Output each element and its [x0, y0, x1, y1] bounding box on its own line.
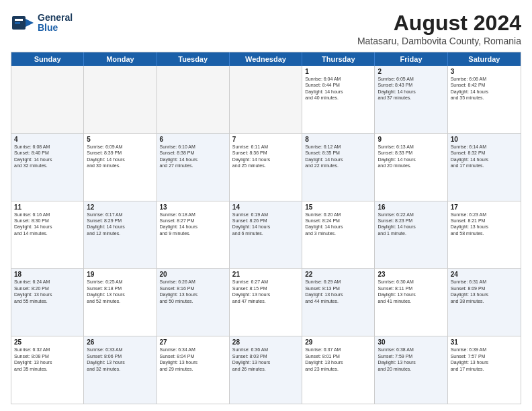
day-info: Sunrise: 6:11 AM Sunset: 8:36 PM Dayligh…	[232, 144, 299, 169]
day-info: Sunrise: 6:13 AM Sunset: 8:33 PM Dayligh…	[378, 144, 444, 169]
day-cell-26: 26Sunrise: 6:33 AM Sunset: 8:06 PM Dayli…	[84, 336, 157, 404]
day-info: Sunrise: 6:08 AM Sunset: 8:40 PM Dayligh…	[14, 144, 81, 169]
day-number: 19	[87, 271, 153, 278]
day-cell-2: 2Sunrise: 6:05 AM Sunset: 8:43 PM Daylig…	[375, 66, 447, 133]
day-number: 6	[160, 136, 226, 143]
day-info: Sunrise: 6:10 AM Sunset: 8:38 PM Dayligh…	[160, 144, 226, 169]
day-cell-27: 27Sunrise: 6:34 AM Sunset: 8:04 PM Dayli…	[157, 336, 230, 404]
header-day-saturday: Saturday	[448, 52, 521, 66]
day-info: Sunrise: 6:39 AM Sunset: 7:57 PM Dayligh…	[451, 347, 518, 372]
empty-cell-0-0	[11, 66, 84, 133]
title-block: August 2024 Matasaru, Dambovita County, …	[357, 11, 521, 46]
day-info: Sunrise: 6:24 AM Sunset: 8:20 PM Dayligh…	[14, 279, 81, 304]
day-number: 1	[305, 68, 371, 75]
day-number: 15	[305, 203, 371, 211]
day-info: Sunrise: 6:14 AM Sunset: 8:32 PM Dayligh…	[451, 144, 518, 169]
logo-blue: Blue	[38, 23, 73, 33]
header: General Blue August 2024 Matasaru, Dambo…	[11, 11, 521, 46]
day-cell-7: 7Sunrise: 6:11 AM Sunset: 8:36 PM Daylig…	[230, 134, 302, 201]
day-cell-10: 10Sunrise: 6:14 AM Sunset: 8:32 PM Dayli…	[448, 134, 521, 201]
day-number: 24	[451, 271, 518, 278]
day-info: Sunrise: 6:34 AM Sunset: 8:04 PM Dayligh…	[160, 347, 226, 372]
day-number: 28	[232, 338, 299, 346]
calendar-row-4: 25Sunrise: 6:32 AM Sunset: 8:08 PM Dayli…	[11, 336, 521, 404]
day-cell-19: 19Sunrise: 6:25 AM Sunset: 8:18 PM Dayli…	[84, 269, 157, 336]
main-title: August 2024	[357, 11, 521, 36]
sub-title: Matasaru, Dambovita County, Romania	[357, 36, 521, 46]
day-cell-31: 31Sunrise: 6:39 AM Sunset: 7:57 PM Dayli…	[448, 336, 521, 404]
day-cell-18: 18Sunrise: 6:24 AM Sunset: 8:20 PM Dayli…	[11, 269, 84, 336]
header-day-monday: Monday	[84, 52, 157, 66]
day-info: Sunrise: 6:25 AM Sunset: 8:18 PM Dayligh…	[87, 279, 153, 304]
logo-icon	[11, 11, 35, 35]
day-cell-17: 17Sunrise: 6:23 AM Sunset: 8:21 PM Dayli…	[448, 201, 521, 269]
svg-rect-1	[15, 19, 23, 21]
day-cell-30: 30Sunrise: 6:38 AM Sunset: 7:59 PM Dayli…	[375, 336, 447, 404]
day-cell-24: 24Sunrise: 6:31 AM Sunset: 8:09 PM Dayli…	[448, 269, 521, 336]
day-cell-22: 22Sunrise: 6:29 AM Sunset: 8:13 PM Dayli…	[302, 269, 375, 336]
day-info: Sunrise: 6:32 AM Sunset: 8:08 PM Dayligh…	[14, 347, 81, 372]
empty-cell-0-2	[157, 66, 230, 133]
calendar-row-0: 1Sunrise: 6:04 AM Sunset: 8:44 PM Daylig…	[11, 66, 521, 134]
day-cell-5: 5Sunrise: 6:09 AM Sunset: 8:39 PM Daylig…	[84, 134, 157, 201]
day-number: 14	[232, 203, 299, 211]
day-cell-28: 28Sunrise: 6:36 AM Sunset: 8:03 PM Dayli…	[230, 336, 302, 404]
day-number: 2	[378, 68, 444, 75]
day-cell-4: 4Sunrise: 6:08 AM Sunset: 8:40 PM Daylig…	[11, 134, 84, 201]
day-info: Sunrise: 6:22 AM Sunset: 8:23 PM Dayligh…	[378, 212, 444, 237]
day-number: 12	[87, 203, 153, 211]
day-cell-3: 3Sunrise: 6:06 AM Sunset: 8:42 PM Daylig…	[448, 66, 521, 133]
day-number: 25	[14, 338, 81, 346]
logo: General Blue	[11, 11, 73, 35]
header-day-thursday: Thursday	[302, 52, 375, 66]
day-number: 29	[305, 338, 371, 346]
empty-cell-0-3	[230, 66, 302, 133]
day-number: 23	[378, 271, 444, 278]
day-number: 3	[451, 68, 518, 75]
header-day-sunday: Sunday	[11, 52, 84, 66]
day-cell-6: 6Sunrise: 6:10 AM Sunset: 8:38 PM Daylig…	[157, 134, 230, 201]
day-info: Sunrise: 6:19 AM Sunset: 8:26 PM Dayligh…	[232, 212, 299, 237]
day-number: 11	[14, 203, 81, 211]
day-number: 8	[305, 136, 371, 143]
day-info: Sunrise: 6:29 AM Sunset: 8:13 PM Dayligh…	[305, 279, 371, 304]
day-info: Sunrise: 6:23 AM Sunset: 8:21 PM Dayligh…	[451, 212, 518, 237]
day-cell-1: 1Sunrise: 6:04 AM Sunset: 8:44 PM Daylig…	[302, 66, 375, 133]
day-info: Sunrise: 6:37 AM Sunset: 8:01 PM Dayligh…	[305, 347, 371, 372]
day-info: Sunrise: 6:31 AM Sunset: 8:09 PM Dayligh…	[451, 279, 518, 304]
day-number: 26	[87, 338, 153, 346]
day-info: Sunrise: 6:36 AM Sunset: 8:03 PM Dayligh…	[232, 347, 299, 372]
svg-marker-3	[26, 19, 34, 27]
day-cell-12: 12Sunrise: 6:17 AM Sunset: 8:29 PM Dayli…	[84, 201, 157, 269]
day-number: 30	[378, 338, 444, 346]
day-cell-13: 13Sunrise: 6:18 AM Sunset: 8:27 PM Dayli…	[157, 201, 230, 269]
day-number: 22	[305, 271, 371, 278]
calendar-row-3: 18Sunrise: 6:24 AM Sunset: 8:20 PM Dayli…	[11, 269, 521, 336]
day-cell-15: 15Sunrise: 6:20 AM Sunset: 8:24 PM Dayli…	[302, 201, 375, 269]
day-info: Sunrise: 6:18 AM Sunset: 8:27 PM Dayligh…	[160, 212, 226, 237]
day-cell-25: 25Sunrise: 6:32 AM Sunset: 8:08 PM Dayli…	[11, 336, 84, 404]
day-number: 5	[87, 136, 153, 143]
header-day-tuesday: Tuesday	[157, 52, 230, 66]
day-info: Sunrise: 6:04 AM Sunset: 8:44 PM Dayligh…	[305, 76, 371, 101]
day-number: 9	[378, 136, 444, 143]
day-cell-8: 8Sunrise: 6:12 AM Sunset: 8:35 PM Daylig…	[302, 134, 375, 201]
day-number: 18	[14, 271, 81, 278]
day-number: 13	[160, 203, 226, 211]
day-cell-23: 23Sunrise: 6:30 AM Sunset: 8:11 PM Dayli…	[375, 269, 447, 336]
day-info: Sunrise: 6:16 AM Sunset: 8:30 PM Dayligh…	[14, 212, 81, 237]
day-cell-16: 16Sunrise: 6:22 AM Sunset: 8:23 PM Dayli…	[375, 201, 447, 269]
day-info: Sunrise: 6:17 AM Sunset: 8:29 PM Dayligh…	[87, 212, 153, 237]
calendar-body: 1Sunrise: 6:04 AM Sunset: 8:44 PM Daylig…	[11, 66, 521, 404]
day-number: 4	[14, 136, 81, 143]
day-info: Sunrise: 6:30 AM Sunset: 8:11 PM Dayligh…	[378, 279, 444, 304]
day-info: Sunrise: 6:09 AM Sunset: 8:39 PM Dayligh…	[87, 144, 153, 169]
day-number: 7	[232, 136, 299, 143]
day-cell-20: 20Sunrise: 6:26 AM Sunset: 8:16 PM Dayli…	[157, 269, 230, 336]
day-number: 17	[451, 203, 518, 211]
day-number: 21	[232, 271, 299, 278]
day-info: Sunrise: 6:38 AM Sunset: 7:59 PM Dayligh…	[378, 347, 444, 372]
day-cell-14: 14Sunrise: 6:19 AM Sunset: 8:26 PM Dayli…	[230, 201, 302, 269]
day-info: Sunrise: 6:26 AM Sunset: 8:16 PM Dayligh…	[160, 279, 226, 304]
calendar-row-2: 11Sunrise: 6:16 AM Sunset: 8:30 PM Dayli…	[11, 201, 521, 269]
